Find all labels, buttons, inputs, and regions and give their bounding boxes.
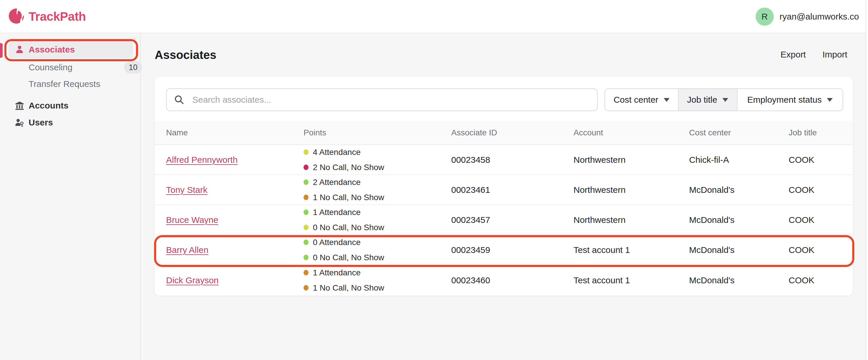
counseling-count-badge: 10 [124, 61, 142, 73]
associate-id-cell: 00023458 [451, 145, 490, 174]
account-cell: Test account 1 [574, 265, 630, 295]
points-cell: 1 Attendance1 No Call, No Show [304, 265, 384, 295]
status-dot-icon [304, 270, 309, 275]
points-line: 1 No Call, No Show [304, 193, 384, 202]
filter-label: Job title [687, 95, 717, 105]
table-row: Bruce Wayne1 Attendance0 No Call, No Sho… [155, 205, 853, 235]
sidebar-item-label: Associates [29, 45, 75, 55]
search-input[interactable] [166, 88, 598, 111]
associate-name-link[interactable]: Bruce Wayne [166, 215, 218, 225]
column-header-job-title: Job title [788, 121, 817, 144]
status-dot-icon [304, 239, 309, 245]
associate-id-cell: 00023457 [451, 205, 490, 234]
cost-center-cell: McDonald's [689, 265, 735, 295]
chevron-down-icon [827, 98, 833, 102]
filter-employment-status[interactable]: Employment status [738, 89, 843, 110]
sidebar-item-accounts[interactable]: Accounts [9, 97, 133, 114]
sidebar-item-associates[interactable]: Associates [9, 41, 133, 58]
sidebar-item-transfer-requests[interactable]: Transfer Requests [9, 75, 133, 93]
table-row: Alfred Pennyworth4 Attendance2 No Call, … [155, 145, 853, 175]
status-dot-icon [304, 255, 309, 260]
brand-name: TrackPath [29, 10, 86, 24]
filter-group: Cost centerJob titleEmployment status [604, 88, 843, 111]
sidebar-item-users[interactable]: Users [9, 114, 133, 131]
account-cell: Northwestern [574, 175, 625, 204]
points-text: 2 Attendance [313, 178, 361, 187]
main-content: Associates Export Import Cost centerJob … [141, 33, 868, 360]
status-dot-icon [304, 225, 309, 230]
users-key-icon [14, 118, 29, 128]
sidebar: AssociatesCounseling10Transfer RequestsA… [0, 33, 141, 360]
table-body: Alfred Pennyworth4 Attendance2 No Call, … [155, 145, 853, 295]
associate-name-link[interactable]: Tony Stark [166, 185, 208, 195]
points-cell: 1 Attendance0 No Call, No Show [304, 205, 384, 234]
filter-label: Cost center [614, 95, 658, 105]
associate-name-link[interactable]: Alfred Pennyworth [166, 155, 238, 165]
associate-name-link[interactable]: Barry Allen [166, 245, 208, 255]
points-text: 1 Attendance [313, 268, 361, 277]
status-dot-icon [304, 209, 309, 215]
bank-icon [14, 101, 29, 110]
job-title-cell: COOK [788, 145, 814, 174]
header-actions: Export Import [780, 48, 847, 61]
name-cell: Barry Allen [166, 235, 208, 265]
points-cell: 4 Attendance2 No Call, No Show [304, 145, 384, 174]
points-text: 1 No Call, No Show [313, 284, 384, 292]
sidebar-item-counseling[interactable]: Counseling10 [9, 59, 133, 76]
table-row: Tony Stark2 Attendance1 No Call, No Show… [155, 175, 853, 205]
job-title-cell: COOK [788, 205, 814, 234]
points-text: 4 Attendance [313, 148, 361, 157]
associate-id-cell: 00023460 [451, 265, 490, 295]
associate-id-cell: 00023459 [451, 235, 490, 265]
points-line: 1 No Call, No Show [304, 284, 384, 292]
avatar[interactable]: R [756, 8, 774, 26]
name-cell: Bruce Wayne [166, 205, 218, 234]
sidebar-item-label: Accounts [29, 101, 69, 110]
points-line: 0 Attendance [304, 238, 361, 247]
column-header-points: Points [304, 121, 326, 144]
points-line: 2 No Call, No Show [304, 163, 384, 172]
cost-center-cell: McDonald's [689, 235, 735, 265]
scrollbar[interactable] [865, 0, 868, 360]
filter-cost-center[interactable]: Cost center [605, 89, 679, 110]
search-box [166, 88, 598, 111]
trackpath-logo-icon [9, 8, 24, 25]
import-button[interactable]: Import [823, 48, 847, 61]
associate-name-link[interactable]: Dick Grayson [166, 275, 219, 285]
points-text: 0 Attendance [313, 238, 361, 247]
points-text: 0 No Call, No Show [313, 253, 384, 262]
status-dot-icon [304, 285, 309, 291]
cost-center-cell: McDonald's [689, 205, 735, 234]
column-header-associate-id: Associate ID [451, 121, 497, 144]
status-dot-icon [304, 179, 309, 185]
chevron-down-icon [664, 98, 670, 102]
name-cell: Tony Stark [166, 175, 208, 204]
user-menu[interactable]: R ryan@alumworks.co [756, 0, 859, 33]
status-dot-icon [304, 165, 309, 170]
search-icon [174, 95, 184, 105]
table-row: Barry Allen0 Attendance0 No Call, No Sho… [155, 235, 853, 265]
points-line: 1 Attendance [304, 208, 361, 217]
points-line: 1 Attendance [304, 268, 361, 277]
name-cell: Alfred Pennyworth [166, 145, 238, 174]
active-item-indicator [0, 43, 3, 58]
points-line: 0 No Call, No Show [304, 223, 384, 232]
account-cell: Northwestern [574, 205, 625, 234]
filter-job-title[interactable]: Job title [679, 89, 738, 110]
status-dot-icon [304, 195, 309, 200]
points-line: 2 Attendance [304, 178, 361, 187]
points-text: 1 No Call, No Show [313, 193, 384, 202]
table-row: Dick Grayson1 Attendance1 No Call, No Sh… [155, 265, 853, 295]
account-cell: Test account 1 [574, 235, 630, 265]
brand[interactable]: TrackPath [9, 0, 86, 33]
points-line: 4 Attendance [304, 148, 361, 157]
export-button[interactable]: Export [780, 48, 806, 61]
job-title-cell: COOK [788, 235, 814, 265]
cost-center-cell: Chick-fil-A [689, 145, 729, 174]
chevron-down-icon [722, 98, 728, 102]
points-cell: 0 Attendance0 No Call, No Show [304, 235, 384, 265]
sidebar-item-label: Transfer Requests [29, 79, 100, 89]
job-title-cell: COOK [788, 175, 814, 204]
points-cell: 2 Attendance1 No Call, No Show [304, 175, 384, 204]
job-title-cell: COOK [788, 265, 814, 295]
